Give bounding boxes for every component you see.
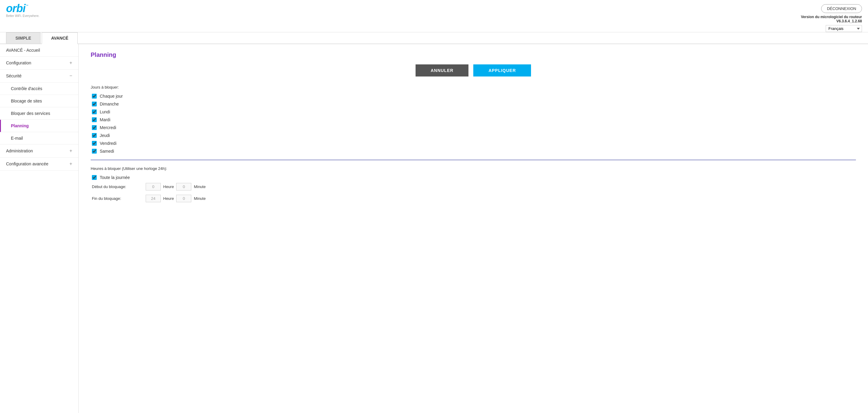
- checkbox-toute-journee-input[interactable]: [92, 175, 97, 180]
- sidebar-item-blocage-sites[interactable]: Blocage de sites: [0, 95, 78, 107]
- checkbox-lundi-input[interactable]: [92, 110, 97, 114]
- sidebar-item-label: Administration: [6, 148, 33, 153]
- debut-minute-unit: Minute: [194, 184, 206, 189]
- logo-tagline: Better WiFi. Everywhere.: [6, 14, 39, 18]
- checkbox-jeudi-input[interactable]: [92, 133, 97, 138]
- debut-heure-unit: Heure: [163, 184, 174, 189]
- sidebar-item-config-avancee[interactable]: Configuration avancée +: [0, 157, 78, 171]
- plus-icon: +: [69, 60, 72, 66]
- tab-simple[interactable]: SIMPLE: [6, 32, 40, 43]
- sidebar-item-configuration[interactable]: Configuration +: [0, 57, 78, 69]
- mercredi-label[interactable]: Mercredi: [100, 125, 116, 130]
- samedi-label[interactable]: Samedi: [100, 149, 114, 154]
- checkbox-mardi: Mardi: [91, 117, 856, 122]
- annuler-button[interactable]: ANNULER: [415, 64, 468, 77]
- checkbox-chaque-jour: Chaque jour: [91, 94, 856, 98]
- main-content: Planning ANNULER APPLIQUER Jours à bloqu…: [79, 44, 868, 413]
- sidebar-item-label: E-mail: [11, 136, 23, 141]
- debut-label: Début du bloquage:: [92, 184, 143, 189]
- sidebar-item-label: Sécurité: [6, 73, 22, 78]
- sidebar-item-label: AVANCÉ - Accueil: [6, 48, 40, 53]
- sidebar: AVANCÉ - Accueil Configuration + Sécurit…: [0, 44, 79, 413]
- fin-row: Fin du bloquage: Heure Minute: [91, 195, 856, 202]
- dimanche-label[interactable]: Dimanche: [100, 101, 119, 107]
- action-buttons: ANNULER APPLIQUER: [91, 64, 856, 77]
- debut-minute-input[interactable]: [176, 183, 191, 190]
- sidebar-item-label: Blocage de sites: [11, 98, 42, 104]
- checkbox-jeudi: Jeudi: [91, 133, 856, 138]
- toute-journee-label[interactable]: Toute la journée: [100, 175, 130, 180]
- sidebar-item-bloquer-services[interactable]: Bloquer des services: [0, 107, 78, 120]
- fin-heure-unit: Heure: [163, 196, 174, 201]
- sidebar-item-email[interactable]: E-mail: [0, 132, 78, 145]
- checkbox-chaque-jour-input[interactable]: [92, 94, 97, 98]
- checkbox-samedi-input[interactable]: [92, 149, 97, 154]
- plus-icon-config: +: [69, 161, 72, 167]
- fin-minute-input[interactable]: [176, 195, 191, 202]
- sidebar-item-label: Contrôle d'accès: [11, 86, 42, 91]
- header: orbi ™ Better WiFi. Everywhere. DÉCONNEX…: [0, 0, 868, 32]
- plus-icon-admin: +: [69, 148, 72, 154]
- fin-minute-unit: Minute: [194, 196, 206, 201]
- header-right: DÉCONNEXION Version du micrologiciel du …: [801, 3, 862, 32]
- section-divider: [91, 159, 856, 160]
- tab-bar: SIMPLE AVANCÉ: [0, 32, 868, 44]
- checkbox-mardi-input[interactable]: [92, 117, 97, 122]
- sidebar-item-label: Configuration: [6, 60, 31, 65]
- chaque-jour-label[interactable]: Chaque jour: [100, 94, 123, 98]
- checkbox-vendredi: Vendredi: [91, 141, 856, 146]
- sidebar-item-controle-acces[interactable]: Contrôle d'accès: [0, 83, 78, 95]
- checkbox-dimanche-input[interactable]: [92, 101, 97, 107]
- jeudi-label[interactable]: Jeudi: [100, 133, 110, 138]
- checkbox-lundi: Lundi: [91, 110, 856, 114]
- sidebar-item-label: Planning: [11, 123, 29, 128]
- deconnexion-button[interactable]: DÉCONNEXION: [821, 4, 862, 13]
- sidebar-item-planning[interactable]: Planning: [0, 120, 78, 132]
- sidebar-item-securite[interactable]: Sécurité −: [0, 69, 78, 83]
- tab-avance[interactable]: AVANCÉ: [42, 32, 78, 44]
- fin-heure-input[interactable]: [146, 195, 161, 202]
- logo-text: orbi: [6, 3, 25, 14]
- jours-label: Jours à bloquer:: [91, 85, 856, 89]
- language-select[interactable]: Français English: [826, 25, 862, 32]
- fin-label: Fin du bloquage:: [92, 196, 143, 201]
- lundi-label[interactable]: Lundi: [100, 110, 110, 114]
- vendredi-label[interactable]: Vendredi: [100, 141, 116, 146]
- debut-row: Début du bloquage: Heure Minute: [91, 183, 856, 190]
- checkbox-toute-journee: Toute la journée: [91, 175, 856, 180]
- appliquer-button[interactable]: APPLIQUER: [473, 64, 531, 77]
- debut-heure-input[interactable]: [146, 183, 161, 190]
- checkbox-mercredi-input[interactable]: [92, 125, 97, 130]
- sidebar-item-accueil[interactable]: AVANCÉ - Accueil: [0, 44, 78, 57]
- sidebar-item-label: Configuration avancée: [6, 161, 49, 166]
- checkbox-vendredi-input[interactable]: [92, 141, 97, 146]
- heures-label: Heures à bloquer (Utiliser une horloge 2…: [91, 166, 856, 171]
- firmware-label: Version du micrologiciel du routeur: [801, 15, 862, 19]
- mardi-label[interactable]: Mardi: [100, 117, 110, 122]
- layout: AVANCÉ - Accueil Configuration + Sécurit…: [0, 44, 868, 413]
- firmware-version: V6.3.6.4_1.2.68: [801, 19, 862, 23]
- logo: orbi ™ Better WiFi. Everywhere.: [6, 3, 39, 18]
- checkbox-mercredi: Mercredi: [91, 125, 856, 130]
- sidebar-item-label: Bloquer des services: [11, 111, 50, 116]
- firmware-info: Version du micrologiciel du routeur V6.3…: [801, 15, 862, 23]
- minus-icon: −: [69, 73, 72, 79]
- sidebar-item-administration[interactable]: Administration +: [0, 145, 78, 157]
- checkbox-samedi: Samedi: [91, 149, 856, 154]
- logo-tm: ™: [26, 4, 28, 7]
- checkbox-dimanche: Dimanche: [91, 101, 856, 107]
- page-title: Planning: [91, 51, 856, 58]
